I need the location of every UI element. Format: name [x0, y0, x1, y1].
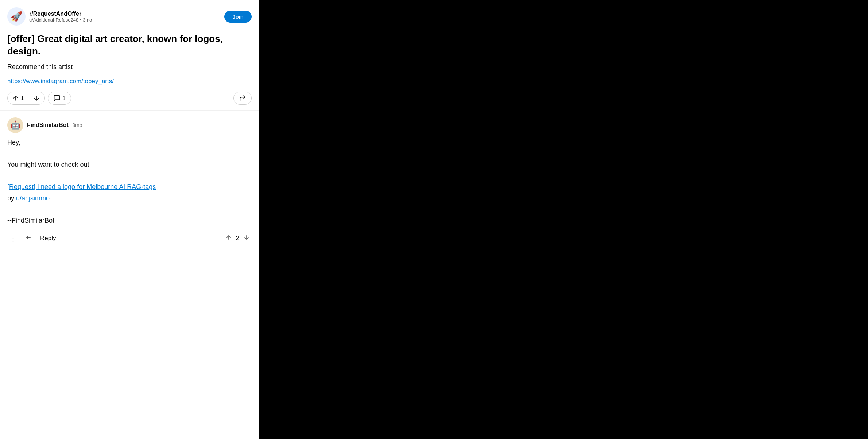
post-link[interactable]: https://www.instagram.com/tobey_arts/: [7, 78, 114, 85]
post-actions: 1 1: [0, 89, 259, 110]
comment-user-link[interactable]: u/anjsimmo: [16, 195, 50, 202]
comment-suggestion: [Request] I need a logo for Melbourne AI…: [7, 181, 252, 193]
comment-upvote-button[interactable]: [224, 234, 234, 243]
comment-actions: ⋮ Reply 2: [7, 228, 252, 247]
comment-by-user: by u/anjsimmo: [7, 193, 252, 204]
share-button[interactable]: [233, 92, 252, 105]
upvote-button[interactable]: 1: [8, 92, 28, 104]
subreddit-name[interactable]: r/RequestAndOffer: [29, 11, 92, 17]
post-title: [offer] Great digital art creator, known…: [0, 29, 259, 61]
comment-downvote-button[interactable]: [241, 234, 252, 243]
right-panel-black: [259, 0, 868, 439]
post-header-left: 🚀 r/RequestAndOffer u/Additional-Refuse2…: [7, 7, 92, 26]
comment-signature: --FindSimilarBot: [7, 215, 252, 226]
downvote-icon: [33, 95, 40, 102]
comment-time: 3mo: [72, 122, 82, 128]
comment-avatar: 🤖: [7, 117, 23, 133]
comment-line-check: You might want to check out:: [7, 159, 252, 170]
comment-username[interactable]: FindSimilarBot: [27, 122, 69, 128]
by-label: by: [7, 195, 14, 202]
comment-downvote-icon: [243, 234, 250, 241]
post-author-time: u/Additional-Refuse248 • 3mo: [29, 17, 92, 23]
comment-line-hey: Hey,: [7, 137, 252, 148]
vote-group: 1: [7, 92, 45, 105]
upvote-count: 1: [21, 95, 24, 101]
comment-vote-group: 2: [224, 234, 252, 243]
post-link-container: https://www.instagram.com/tobey_arts/: [0, 76, 259, 89]
post-body: Recommend this artist: [0, 61, 259, 76]
comment-count: 1: [62, 95, 65, 101]
comment-section: 🤖 FindSimilarBot 3mo Hey, You might want…: [0, 111, 259, 439]
comment-icon: [53, 95, 61, 102]
comment-meta: FindSimilarBot 3mo: [27, 122, 82, 128]
join-button[interactable]: Join: [224, 11, 252, 23]
comment-body: Hey, You might want to check out: [Reque…: [7, 137, 252, 226]
post-time-separator: •: [80, 17, 83, 23]
post-meta: r/RequestAndOffer u/Additional-Refuse248…: [29, 11, 92, 23]
upvote-icon: [12, 95, 19, 102]
post-header: 🚀 r/RequestAndOffer u/Additional-Refuse2…: [0, 0, 259, 29]
post-panel: 🚀 r/RequestAndOffer u/Additional-Refuse2…: [0, 0, 259, 439]
back-icon: [26, 235, 32, 242]
comment-header: 🤖 FindSimilarBot 3mo: [7, 117, 252, 133]
comment-vote-count: 2: [235, 235, 241, 242]
back-button[interactable]: [23, 234, 34, 243]
downvote-button[interactable]: [28, 92, 44, 104]
more-options-button[interactable]: ⋮: [7, 233, 20, 243]
share-icon: [239, 95, 246, 102]
post-time: 3mo: [83, 17, 92, 23]
post-author[interactable]: u/Additional-Refuse248: [29, 17, 78, 23]
reply-button[interactable]: Reply: [38, 233, 58, 243]
comment-upvote-icon: [225, 234, 232, 241]
suggestion-link[interactable]: [Request] I need a logo for Melbourne AI…: [7, 183, 156, 190]
comments-button[interactable]: 1: [48, 92, 71, 105]
subreddit-avatar: 🚀: [7, 7, 26, 26]
